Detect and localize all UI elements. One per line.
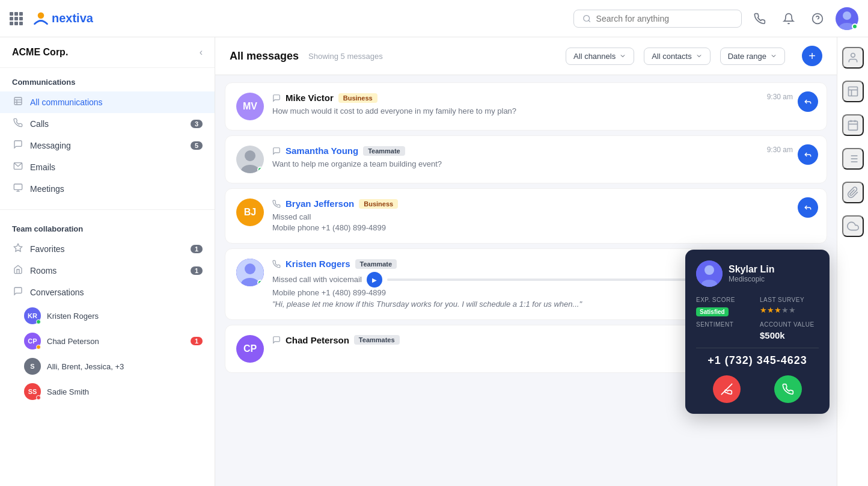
name-kristen-rogers: Kristen Rogers [286,259,350,269]
person-icon [847,52,859,64]
person-icon-button[interactable] [842,47,864,69]
messages-title: All messages [230,50,299,63]
logo[interactable]: nextiva [32,10,93,27]
reply-button-bryan[interactable] [798,197,818,218]
sidebar-item-favorites[interactable]: Favorites 1 [0,238,215,260]
building-icon-button[interactable] [842,81,864,102]
list-icon-button[interactable] [842,148,864,170]
svg-point-1 [584,15,590,21]
exp-score-value: Satisfied [696,307,729,316]
svg-point-4 [843,11,851,20]
paperclip-icon [847,186,859,198]
list-icon [847,153,859,165]
messaging-label: Messaging [30,141,185,150]
conv-avatar-chad: CP [24,333,41,349]
name-bryan-jefferson: Bryan Jefferson [286,198,354,209]
popup-avatar [696,260,723,287]
avatar-online-dot [852,23,858,29]
reply-button-samantha[interactable] [798,144,818,165]
conversation-item-chad[interactable]: CP Chad Peterson 1 [0,328,215,354]
company-name: ACME Corp. [12,47,68,58]
contacts-chevron-icon [695,52,703,60]
conversation-item-sadie[interactable]: SS Sadie Smith [0,379,215,404]
msg-body-mike-victor: Mike Victor Business How much would it c… [272,93,816,117]
calendar-icon [847,119,859,131]
conversation-item-kristen[interactable]: KR Kristen Rogers [0,303,215,328]
sidebar-item-conversations[interactable]: Conversations [0,281,215,303]
popup-user-info: Skylar Lin Mediscopic [729,264,774,283]
stars: ★★★★★ [760,306,819,315]
reply-icon-samantha [804,150,812,159]
user-avatar[interactable] [836,7,858,30]
text-samantha-young: Want to help me organize a team building… [272,159,816,170]
name-samantha-young: Samantha Young [286,146,358,156]
avatar-kristen-rogers [236,259,264,286]
calls-icon [12,118,24,130]
sidebar-item-calls[interactable]: Calls 3 [0,113,215,135]
conversation-item-alli[interactable]: S Alli, Brent, Jessica, +3 [0,354,215,379]
end-call-button[interactable] [713,375,741,403]
online-dot-kristen [257,280,263,286]
date-label: Date range [728,52,766,61]
sidebar-item-meetings[interactable]: Meetings [0,178,215,200]
meetings-icon [12,183,24,195]
cloud-icon-button[interactable] [842,215,864,237]
all-comms-label: All communications [30,97,203,107]
popup-phone: +1 (732) 345-4623 [696,354,819,367]
sidebar-item-emails[interactable]: Emails [0,156,215,178]
search-bar[interactable] [573,10,742,28]
grid-icon[interactable] [10,12,23,25]
notifications-button[interactable] [778,8,799,29]
popup-divider [696,348,819,348]
chat-icon-samantha [272,147,281,155]
svg-point-16 [245,150,255,161]
popup-actions [696,375,819,403]
sidebar-item-all-communications[interactable]: All communications [0,91,215,113]
play-button-kristen[interactable]: ▶ [367,272,382,288]
search-input[interactable] [596,14,733,23]
account-value-block: ACCOUNT VALUE $500k [760,321,819,340]
collapse-button[interactable]: ‹ [200,47,203,58]
svg-rect-6 [14,97,22,105]
message-card-mike-victor[interactable]: MV Mike Victor Business How much would i… [225,82,827,131]
calendar-icon-button[interactable] [842,114,864,136]
last-survey-block: LAST SURVEY ★★★★★ [760,297,819,316]
msg-body-bryan: Bryan Jefferson Business Missed call Mob… [272,198,816,233]
top-nav: nextiva [0,0,868,37]
answer-call-button[interactable] [774,375,802,403]
time-samantha: 9:30 am [767,146,793,154]
conv-label-kristen: Kristen Rogers [47,312,99,321]
conversations-icon [12,286,24,298]
message-card-samantha-young[interactable]: Samantha Young Teammate Want to help me … [225,135,827,183]
channels-label: All channels [573,52,616,61]
sidebar-item-messaging[interactable]: Messaging 5 [0,135,215,156]
rooms-badge: 1 [191,266,203,275]
conv-label-alli: Alli, Brent, Jessica, +3 [47,362,124,371]
contacts-label: All contacts [652,52,691,61]
conv-dot-kristen [36,319,41,324]
svg-marker-14 [14,244,22,251]
add-button[interactable]: + [802,46,822,66]
emails-label: Emails [30,162,203,172]
svg-rect-22 [848,87,857,96]
date-filter[interactable]: Date range [720,48,785,65]
phone-button[interactable] [749,8,771,29]
contacts-filter[interactable]: All contacts [644,48,710,65]
search-icon [582,14,591,23]
calls-label: Calls [30,119,185,129]
message-card-bryan-jefferson[interactable]: BJ Bryan Jefferson Business Missed call … [225,188,827,244]
reply-button-mike-victor[interactable] [798,91,818,112]
popup-user-row: Skylar Lin Mediscopic [696,260,819,287]
paperclip-icon-button[interactable] [842,182,864,203]
help-button[interactable] [807,8,828,29]
sidebar-item-rooms[interactable]: Rooms 1 [0,260,215,281]
svg-point-34 [704,265,714,275]
messaging-badge: 5 [191,141,203,150]
favorites-badge: 1 [191,245,203,253]
online-dot-samantha [257,167,263,173]
svg-rect-11 [14,184,22,189]
end-call-icon [721,383,733,395]
building-icon [847,85,859,97]
reply-icon [804,97,812,106]
channels-filter[interactable]: All channels [566,48,634,65]
